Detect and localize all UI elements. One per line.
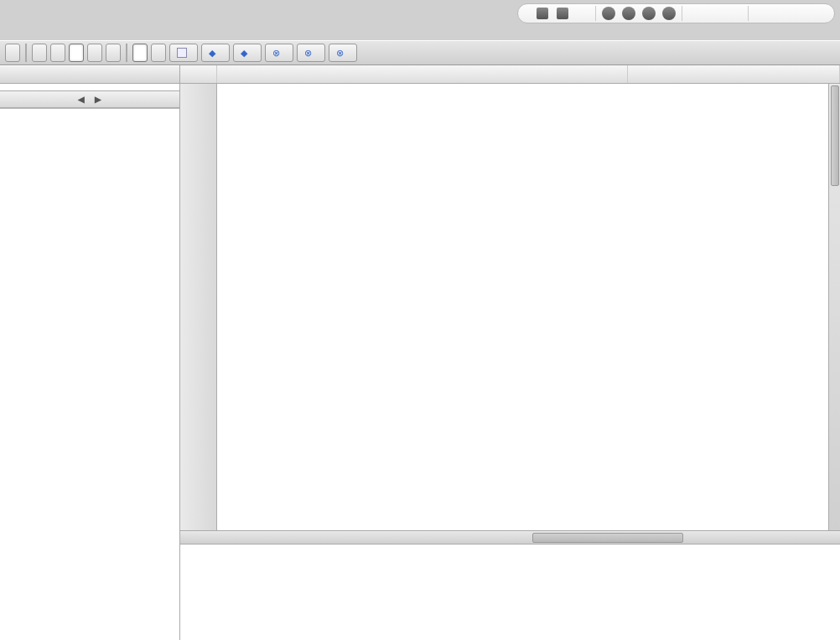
list-icon[interactable]: [687, 6, 703, 21]
add-icon[interactable]: [535, 6, 550, 21]
arrow-right-icon: ◆: [241, 48, 251, 58]
horizontal-scrollbar[interactable]: [180, 530, 840, 544]
grid-icon[interactable]: [708, 6, 723, 21]
link-icon: ⊗: [304, 48, 314, 58]
hscroll-thumb[interactable]: [532, 533, 683, 543]
calendar-button[interactable]: [132, 44, 148, 62]
main-area: ◀ ▶: [0, 65, 840, 640]
year-prev-icon[interactable]: ◀: [78, 95, 85, 104]
calendar1-icon[interactable]: [774, 6, 789, 21]
view-toolbar: ◆ ◆ ⊗ ⊗ ⊗: [0, 40, 840, 65]
calendar-refresh-button[interactable]: ⊗: [329, 44, 357, 62]
calendar-types-button[interactable]: ⊗: [297, 44, 325, 62]
mini-cal-body[interactable]: [0, 109, 179, 640]
mini-calendar: ◀ ▶: [0, 91, 179, 640]
categories-header: [0, 65, 179, 84]
divider: [126, 44, 127, 62]
vscroll-thumb[interactable]: [831, 85, 839, 186]
gantt-button[interactable]: [151, 44, 166, 62]
day-header: [180, 65, 840, 84]
divider: [748, 6, 749, 21]
time-gutter-spacer: [180, 65, 217, 83]
link-icon: ⊗: [272, 48, 283, 58]
scroll-left-button[interactable]: ◆: [201, 44, 230, 62]
year-next-icon[interactable]: ▶: [95, 95, 101, 104]
workweek-button[interactable]: [50, 44, 65, 62]
eraser-icon[interactable]: [754, 6, 769, 21]
top-toolbar: [517, 3, 835, 23]
today-button[interactable]: [5, 44, 20, 62]
zoom-icon[interactable]: [728, 6, 743, 21]
scroll-right-button[interactable]: ◆: [233, 44, 262, 62]
detail-panel: [180, 544, 840, 640]
edit-icon[interactable]: [814, 6, 829, 21]
year-selector: ◀ ▶: [0, 91, 179, 108]
doc-icon[interactable]: [575, 6, 590, 21]
day-button[interactable]: [32, 44, 47, 62]
arrow-left-icon: ◆: [209, 48, 219, 58]
calendar-area: [180, 65, 840, 640]
divider: [595, 6, 596, 21]
week-button[interactable]: [69, 44, 84, 62]
first-icon[interactable]: [601, 6, 616, 21]
divider: [25, 44, 27, 62]
remove-icon[interactable]: [555, 6, 570, 21]
grid-body[interactable]: [217, 84, 828, 530]
calendar2-icon[interactable]: [794, 6, 809, 21]
day-header-fri[interactable]: [628, 65, 840, 83]
calendar-grid: [180, 84, 840, 530]
categories-list: [0, 84, 179, 91]
date-icon: [177, 48, 187, 58]
divider: [682, 6, 682, 21]
calendar-categories-button[interactable]: ⊗: [265, 44, 293, 62]
link-icon: ⊗: [336, 48, 346, 58]
scale-button[interactable]: [106, 44, 121, 62]
day-header-thu[interactable]: [217, 65, 628, 83]
vertical-scrollbar[interactable]: [828, 84, 840, 530]
prev-icon[interactable]: [621, 6, 636, 21]
last-icon[interactable]: [661, 6, 677, 21]
next-icon[interactable]: [641, 6, 656, 21]
time-column: [180, 84, 217, 530]
date-button[interactable]: [169, 44, 198, 62]
month-button[interactable]: [87, 44, 102, 62]
left-panel: ◀ ▶: [0, 65, 180, 640]
